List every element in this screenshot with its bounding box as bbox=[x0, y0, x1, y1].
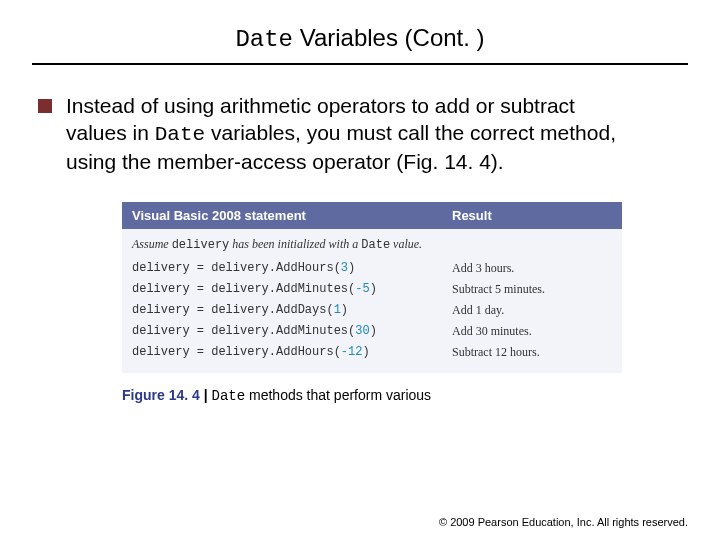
assume-after: value. bbox=[390, 237, 422, 251]
row-statement: delivery = delivery.AddHours(-12) bbox=[132, 345, 452, 360]
table-row: delivery = delivery.AddHours(-12) Subtra… bbox=[132, 342, 612, 363]
square-bullet-icon bbox=[38, 99, 52, 113]
row-statement: delivery = delivery.AddDays(1) bbox=[132, 303, 452, 318]
table-row: delivery = delivery.AddMinutes(30) Add 3… bbox=[132, 321, 612, 342]
table-row: delivery = delivery.AddMinutes(-5) Subtr… bbox=[132, 279, 612, 300]
row-result: Add 3 hours. bbox=[452, 261, 612, 276]
bullet-text: Instead of using arithmetic operators to… bbox=[66, 93, 626, 176]
assume-before: Assume bbox=[132, 237, 172, 251]
row-result: Add 30 minutes. bbox=[452, 324, 612, 339]
figure: Visual Basic 2008 statement Result Assum… bbox=[122, 202, 622, 404]
bullet-item: Instead of using arithmetic operators to… bbox=[38, 93, 688, 176]
table-row: delivery = delivery.AddHours(3) Add 3 ho… bbox=[132, 258, 612, 279]
title-code: Date bbox=[235, 26, 293, 53]
caption-label: Figure 14. 4 bbox=[122, 387, 200, 403]
row-result: Subtract 5 minutes. bbox=[452, 282, 612, 297]
figure-header-result: Result bbox=[452, 208, 612, 223]
figure-header-statement: Visual Basic 2008 statement bbox=[132, 208, 452, 223]
row-statement: delivery = delivery.AddMinutes(-5) bbox=[132, 282, 452, 297]
figure-header: Visual Basic 2008 statement Result bbox=[122, 202, 622, 229]
copyright-footer: © 2009 Pearson Education, Inc. All right… bbox=[439, 516, 688, 528]
title-rest: Variables (Cont. ) bbox=[293, 24, 485, 51]
assume-code2: Date bbox=[361, 238, 390, 252]
slide: Date Variables (Cont. ) Instead of using… bbox=[0, 0, 720, 404]
title-divider bbox=[32, 63, 688, 65]
slide-title: Date Variables (Cont. ) bbox=[32, 24, 688, 53]
row-result: Add 1 day. bbox=[452, 303, 612, 318]
caption-code: Date bbox=[212, 388, 246, 404]
row-result: Subtract 12 hours. bbox=[452, 345, 612, 360]
table-row: delivery = delivery.AddDays(1) Add 1 day… bbox=[132, 300, 612, 321]
row-statement: delivery = delivery.AddMinutes(30) bbox=[132, 324, 452, 339]
bullet-code: Date bbox=[155, 123, 205, 146]
figure-body: Assume delivery has been initialized wit… bbox=[122, 229, 622, 373]
row-statement: delivery = delivery.AddHours(3) bbox=[132, 261, 452, 276]
assume-code1: delivery bbox=[172, 238, 230, 252]
figure-caption: Figure 14. 4 | Date methods that perform… bbox=[122, 387, 622, 404]
caption-rest: methods that perform various bbox=[245, 387, 431, 403]
figure-assume: Assume delivery has been initialized wit… bbox=[132, 237, 612, 252]
caption-separator: | bbox=[200, 387, 212, 403]
assume-mid: has been initialized with a bbox=[229, 237, 361, 251]
